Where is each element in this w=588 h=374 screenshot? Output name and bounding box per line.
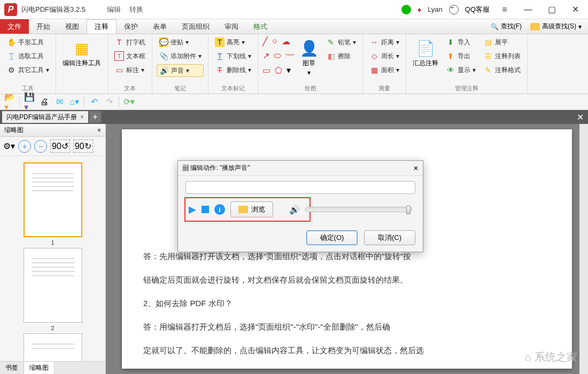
oval-shape-icon[interactable]: ⬭ xyxy=(274,51,281,61)
textbox-tool[interactable]: T文本框 xyxy=(112,50,148,62)
import-anno[interactable]: ⬇导入 xyxy=(444,36,478,48)
hand-tool[interactable]: ✋手形工具 xyxy=(4,36,51,48)
close-button[interactable]: ✕ xyxy=(567,3,584,16)
pencil-tool[interactable]: ✎铅笔▾ xyxy=(324,36,358,48)
shape-more-icon[interactable]: ▾ xyxy=(287,65,291,75)
thumbnail-page-1[interactable] xyxy=(24,162,82,237)
dialog-app-icon: ▦ xyxy=(182,164,189,172)
app-title: 闪电PDF编辑器3.2.5 xyxy=(21,5,86,14)
tab-close-icon[interactable]: × xyxy=(80,113,84,121)
eraser-tool[interactable]: ◧擦除 xyxy=(324,50,358,62)
flatten-anno[interactable]: ▤展平 xyxy=(481,36,523,48)
highlight-box xyxy=(184,197,311,222)
thumb-num-1: 1 xyxy=(4,239,101,246)
thumbnail-list[interactable]: 1 2 3 xyxy=(0,156,105,361)
cloud-shape-icon[interactable]: ☁ xyxy=(282,36,290,46)
rotate-left-icon[interactable]: 90↺ xyxy=(50,139,70,153)
summary-annotations[interactable]: 📄 汇总注释 xyxy=(411,36,440,83)
group-textmark: 文本标记 xyxy=(213,83,253,92)
highlight-tool[interactable]: T高亮▾ xyxy=(213,36,253,48)
list-icon: ☰ xyxy=(483,51,493,61)
slider-knob[interactable] xyxy=(406,206,411,214)
qq-support[interactable]: QQ客服 xyxy=(465,5,490,14)
sp-tab-bookmarks[interactable]: 书签 xyxy=(0,362,24,374)
smiley-icon[interactable] xyxy=(449,5,459,14)
anno-list[interactable]: ☰注释列表 xyxy=(481,50,523,62)
refresh-icon[interactable]: ⟳▾ xyxy=(123,97,134,107)
find-button[interactable]: 🔍查找(F) xyxy=(488,21,525,32)
sticky-note-tool[interactable]: 💬便贴▾ xyxy=(157,36,204,48)
mail-icon[interactable]: ✉ xyxy=(54,97,65,107)
distance-tool[interactable]: ↔距离▾ xyxy=(367,36,401,48)
titlemenu-convert[interactable]: 转换 xyxy=(129,5,143,14)
edit-annotation-tool[interactable]: ▦ 编辑注释工具 xyxy=(60,36,103,85)
dialog-close-icon[interactable]: ✕ xyxy=(413,165,419,172)
rotate-right-icon[interactable]: 90↻ xyxy=(73,139,93,153)
strike-icon: T xyxy=(215,65,225,75)
maximize-button[interactable]: ▢ xyxy=(543,3,560,16)
other-tools[interactable]: ⚙其它工具▾ xyxy=(4,64,51,76)
user-name: Lyan xyxy=(428,5,443,13)
sound-tool[interactable]: 🔊声音▾ xyxy=(157,64,204,77)
select-tool[interactable]: ⌶选取工具 xyxy=(4,50,51,62)
sp-tab-thumbnails[interactable]: 缩略图 xyxy=(24,362,55,374)
export-anno[interactable]: ⬆导出 xyxy=(444,50,478,62)
cancel-button[interactable]: 取消(C) xyxy=(364,230,415,245)
show-anno[interactable]: 👁显示▾ xyxy=(444,64,478,76)
print-icon[interactable]: 🖨 xyxy=(39,97,50,107)
ok-button[interactable]: 确定(O) xyxy=(306,230,358,245)
menu-format[interactable]: 格式 xyxy=(246,19,275,34)
gear-icon: ⚙ xyxy=(6,65,16,75)
menu-view[interactable]: 视图 xyxy=(58,19,87,34)
rect-shape-icon[interactable]: ▭ xyxy=(262,65,270,75)
undo-icon[interactable]: ↶ xyxy=(89,97,99,107)
sp-gear-icon[interactable]: ⚙▾ xyxy=(3,141,15,151)
wechat-icon[interactable] xyxy=(401,5,411,14)
vertical-scrollbar[interactable] xyxy=(579,124,588,374)
perimeter-tool[interactable]: ◇周长▾ xyxy=(367,50,401,62)
scan-icon[interactable]: ⌂▾ xyxy=(69,97,80,107)
menu-file[interactable]: 文件 xyxy=(0,19,29,34)
strike-tool[interactable]: T删除线▾ xyxy=(213,64,253,76)
menu-annotate[interactable]: 注释 xyxy=(87,19,117,34)
tab-add-button[interactable]: + xyxy=(89,111,101,123)
watermark-icon: ⌂ xyxy=(525,351,531,363)
underline-tool[interactable]: T下划线▾ xyxy=(213,50,253,62)
zoom-in-icon[interactable]: + xyxy=(18,140,31,153)
document-tab[interactable]: 闪电PDF编辑器产品手册 × xyxy=(2,111,88,123)
menu-bar: 文件 开始 视图 注释 保护 表单 页面组织 审阅 格式 🔍查找(F) 高级查找… xyxy=(0,19,588,34)
thumbnail-page-3[interactable] xyxy=(24,333,82,361)
minimize-button[interactable]: — xyxy=(520,3,537,16)
polyline-shape-icon[interactable]: 〰 xyxy=(285,51,294,61)
thumbnail-page-2[interactable] xyxy=(24,248,82,323)
zoom-out-icon[interactable]: − xyxy=(34,140,47,153)
menu-protect[interactable]: 保护 xyxy=(117,19,145,34)
redo-icon[interactable]: ↷ xyxy=(104,97,114,107)
line-shape-icon[interactable]: ╱ xyxy=(262,36,268,46)
arrow-shape-icon[interactable]: ↗ xyxy=(262,51,269,61)
menu-page-org[interactable]: 页面组织 xyxy=(174,19,217,34)
group-tools: 工具 xyxy=(4,83,51,92)
circle-shape-icon[interactable]: ○ xyxy=(272,36,277,46)
hamburger-icon[interactable]: ≡ xyxy=(496,3,513,16)
polygon-shape-icon[interactable]: ⬠ xyxy=(275,65,282,75)
edit-action-dialog: ▦ 编辑动作: "播放声音" ✕ ▶ i 浏览 🔊 确定(O) 取消(C) xyxy=(177,160,423,252)
volume-slider[interactable] xyxy=(305,207,412,212)
menu-start[interactable]: 开始 xyxy=(29,19,58,34)
save-icon[interactable]: 💾▾ xyxy=(24,97,35,107)
attach-tool[interactable]: 📎添加附件▾ xyxy=(157,50,204,62)
area-tool[interactable]: ▦面积▾ xyxy=(367,64,401,76)
typewriter-tool[interactable]: T打字机 xyxy=(112,36,148,48)
titlemenu-edit[interactable]: 编辑 xyxy=(107,5,121,14)
menu-form[interactable]: 表单 xyxy=(145,19,174,34)
advanced-find-button[interactable]: 高级查找(S)▾ xyxy=(527,21,585,32)
tabstrip-close-icon[interactable]: ✕ xyxy=(574,112,586,122)
gem-icon: ♦ xyxy=(417,5,421,14)
menu-review[interactable]: 审阅 xyxy=(217,19,246,34)
open-icon[interactable]: 📂▾ xyxy=(4,97,15,107)
sidepanel-close-icon[interactable]: × xyxy=(97,127,101,134)
callout-tool[interactable]: ▭标注▾ xyxy=(112,64,148,76)
stamp-tool[interactable]: 👤 图章▾ xyxy=(297,36,321,83)
file-path-input[interactable] xyxy=(185,181,415,194)
anno-format[interactable]: ✎注释格式 xyxy=(481,64,523,76)
